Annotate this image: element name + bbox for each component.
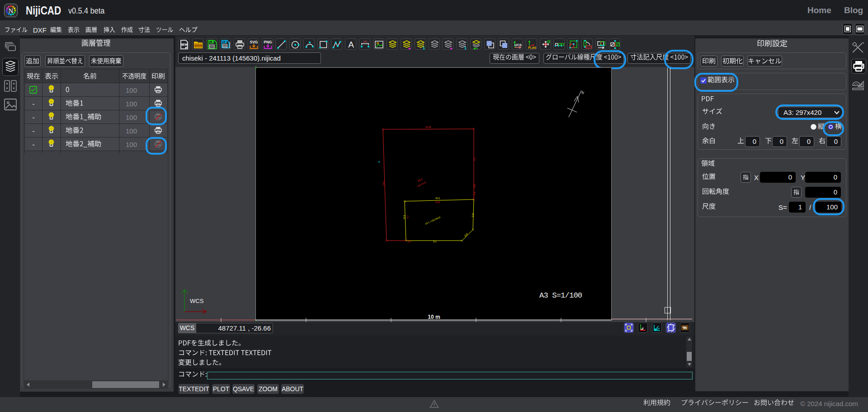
svg-text:4.1: 4.1 xyxy=(406,215,409,218)
svg-text:25-2: 25-2 xyxy=(417,177,423,182)
svg-text:4.3: 4.3 xyxy=(403,215,406,219)
svg-text:2.0: 2.0 xyxy=(408,240,411,243)
svg-text:10.35: 10.35 xyxy=(425,126,431,128)
svg-text:2.9: 2.9 xyxy=(472,213,475,217)
svg-text:6.1: 6.1 xyxy=(434,240,437,243)
svg-text:1.55: 1.55 xyxy=(473,184,476,189)
svg-text:9.12: 9.12 xyxy=(435,201,440,204)
svg-text:10 m: 10 m xyxy=(428,314,440,320)
svg-text:A3 S=1/100: A3 S=1/100 xyxy=(539,291,582,300)
svg-text:25-1 =102.55m2: 25-1 =102.55m2 xyxy=(425,216,441,225)
svg-text:10.1: 10.1 xyxy=(435,197,440,199)
svg-text:3.0: 3.0 xyxy=(464,232,469,237)
svg-text:0.9: 0.9 xyxy=(473,192,476,195)
svg-text:3.3: 3.3 xyxy=(473,157,476,161)
svg-text:WCS: WCS xyxy=(190,298,204,304)
svg-text:5.01: 5.01 xyxy=(382,181,385,186)
